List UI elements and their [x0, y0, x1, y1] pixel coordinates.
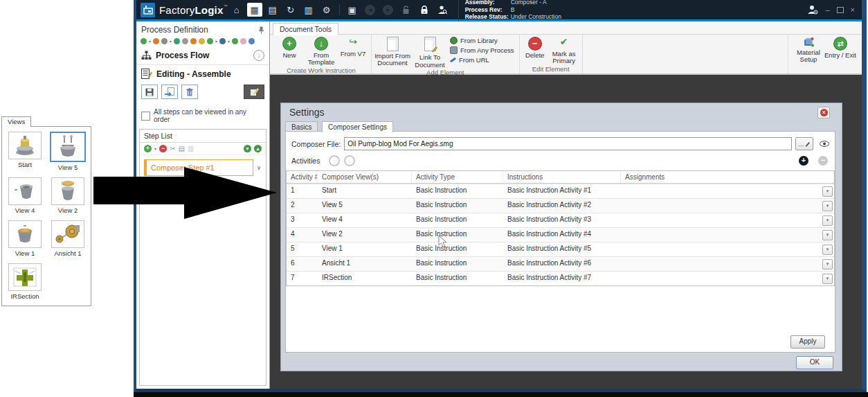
- from-url-button[interactable]: From URL: [450, 55, 514, 64]
- user-logout-icon[interactable]: x: [807, 5, 818, 15]
- from-v7-button[interactable]: ↪ From V7: [337, 35, 369, 58]
- import-step-button[interactable]: [161, 85, 178, 99]
- remove-activity-button[interactable]: −: [818, 156, 828, 166]
- status-green-icon[interactable]: [232, 38, 238, 44]
- column-header[interactable]: Composer View(s): [318, 171, 412, 183]
- mark-as-primary-button[interactable]: ✔ Mark as Primary: [548, 35, 580, 65]
- process-flow-row[interactable]: Process Flow ↓: [136, 47, 269, 64]
- delete-step-button[interactable]: [181, 85, 198, 99]
- step-move-up-icon[interactable]: ▲: [254, 145, 262, 152]
- material-setup-button[interactable]: Material Setup: [793, 35, 824, 64]
- view-thumbnail-image[interactable]: [8, 220, 42, 248]
- cut-icon[interactable]: ✂: [170, 145, 175, 152]
- view-thumbnail-irsection[interactable]: IRSection: [6, 263, 44, 300]
- assignments-dropdown-button[interactable]: ▾: [822, 201, 833, 211]
- column-header[interactable]: Activity Type: [412, 171, 503, 183]
- collapse-circle-icon[interactable]: ↓: [253, 50, 264, 61]
- table-row[interactable]: 4 View 2 Basic Instruction Basic Instruc…: [287, 227, 834, 242]
- link-to-document-button[interactable]: Link To Document: [411, 35, 449, 69]
- send-icon[interactable]: [219, 38, 226, 44]
- add-step-caret-icon[interactable]: ▾: [154, 146, 156, 151]
- forward-icon[interactable]: ►: [381, 3, 396, 17]
- apply-button[interactable]: Apply: [790, 335, 825, 349]
- dropdown-caret-icon[interactable]: ▾: [149, 39, 151, 44]
- dropdown-caret-icon[interactable]: ▾: [228, 39, 230, 44]
- copy-icon[interactable]: ▤: [178, 145, 184, 152]
- assignments-dropdown-button[interactable]: ▾: [822, 245, 833, 255]
- table-row[interactable]: 7 IRSection Basic Instruction Basic Inst…: [287, 271, 834, 285]
- table-row[interactable]: 3 View 4 Basic Instruction Basic Instruc…: [287, 213, 834, 227]
- step-expand-chevron-icon[interactable]: ∨: [253, 164, 264, 171]
- add-icon[interactable]: [141, 38, 147, 44]
- browse-file-button[interactable]: ...: [795, 137, 813, 150]
- paste-icon[interactable]: ▥: [188, 145, 194, 152]
- table-row[interactable]: 2 View 5 Basic Instruction Basic Instruc…: [287, 198, 834, 213]
- tab-document-tools[interactable]: Document Tools: [273, 23, 338, 35]
- star-icon[interactable]: [199, 38, 205, 44]
- editing-assemble-row[interactable]: Editing - Assemble: [136, 66, 269, 82]
- gear-icon[interactable]: ⚙: [319, 3, 334, 17]
- view-thumbnail-image[interactable]: [51, 177, 84, 205]
- from-library-button[interactable]: From Library: [450, 36, 514, 45]
- assignments-dropdown-button[interactable]: ▾: [822, 274, 833, 284]
- status-pink-icon[interactable]: [240, 38, 246, 44]
- process-editor-icon[interactable]: ▦: [247, 3, 262, 17]
- table-row[interactable]: 6 Ansicht 1 Basic Instruction Basic Inst…: [287, 256, 834, 271]
- assignments-dropdown-button[interactable]: ▾: [822, 186, 833, 197]
- column-header[interactable]: Activity #: [287, 171, 318, 183]
- view-thumbnail-view2[interactable]: View 2: [48, 177, 87, 214]
- view-thumbnail-image[interactable]: [8, 263, 42, 291]
- lock-step-icon[interactable]: [161, 38, 168, 44]
- column-header[interactable]: Instructions: [503, 171, 621, 183]
- composer-file-input[interactable]: [344, 137, 792, 150]
- dropdown-caret-icon[interactable]: ▾: [170, 39, 172, 44]
- save-step-button[interactable]: [141, 85, 158, 99]
- view-thumbnail-view5[interactable]: View 5: [48, 132, 87, 171]
- flag-icon[interactable]: [207, 38, 213, 44]
- restore-button[interactable]: [837, 7, 844, 13]
- column-header[interactable]: Assignments: [621, 171, 834, 183]
- tools-icon[interactable]: [174, 38, 180, 44]
- user-search-icon[interactable]: [435, 3, 450, 17]
- add-step-icon[interactable]: +: [144, 145, 152, 152]
- add-activity-button[interactable]: +: [799, 156, 808, 166]
- pin-icon[interactable]: [258, 26, 264, 34]
- back-icon[interactable]: ◄: [363, 3, 378, 17]
- redo-icon[interactable]: [153, 38, 159, 44]
- hardware-icon[interactable]: [182, 38, 188, 44]
- minimize-button[interactable]: –: [825, 6, 829, 14]
- view-thumbnail-image[interactable]: [51, 220, 84, 248]
- new-button[interactable]: + New: [273, 35, 305, 59]
- activity-move-down-button[interactable]: ↓: [344, 155, 355, 166]
- any-order-checkbox-row[interactable]: All steps can be viewed in any order: [136, 103, 269, 127]
- remove-step-icon[interactable]: −: [159, 145, 167, 152]
- view-thumbnail-image[interactable]: [8, 177, 42, 205]
- view-thumbnail-start[interactable]: Start: [6, 132, 44, 171]
- close-button[interactable]: ×: [851, 6, 855, 14]
- lock-checkin-icon[interactable]: x: [417, 3, 432, 17]
- sync-icon[interactable]: ↻: [283, 3, 298, 17]
- step-move-down-icon[interactable]: ▼: [244, 145, 251, 152]
- activity-move-up-button[interactable]: ↑: [329, 155, 340, 166]
- assignments-dropdown-button[interactable]: ▾: [822, 259, 833, 270]
- table-row[interactable]: 5 View 1 Basic Instruction Basic Instruc…: [287, 242, 834, 256]
- flame-icon[interactable]: [190, 38, 197, 44]
- preview-eye-icon[interactable]: [820, 141, 829, 147]
- reports-icon[interactable]: ▥: [301, 3, 316, 17]
- from-any-process-button[interactable]: From Any Process: [450, 46, 514, 55]
- save-icon[interactable]: ▣: [345, 3, 360, 17]
- close-settings-button[interactable]: ✕: [817, 107, 830, 118]
- from-template-button[interactable]: ↓ From Template: [305, 35, 337, 67]
- views-tab[interactable]: Views: [1, 116, 31, 127]
- status-blue-icon[interactable]: [248, 38, 255, 44]
- unlock-icon[interactable]: [399, 3, 414, 17]
- assignments-dropdown-button[interactable]: ▾: [822, 230, 833, 240]
- assignments-dropdown-button[interactable]: ▾: [822, 215, 833, 226]
- dropdown-caret-icon[interactable]: ▾: [215, 39, 217, 44]
- ok-button[interactable]: OK: [796, 356, 833, 369]
- view-thumbnail-image[interactable]: [8, 132, 42, 159]
- view-thumbnail-view1[interactable]: View 1: [6, 220, 44, 257]
- any-order-checkbox[interactable]: [141, 112, 150, 121]
- view-thumbnail-view4[interactable]: View 4: [6, 177, 44, 214]
- delete-element-button[interactable]: − Delete: [522, 35, 548, 59]
